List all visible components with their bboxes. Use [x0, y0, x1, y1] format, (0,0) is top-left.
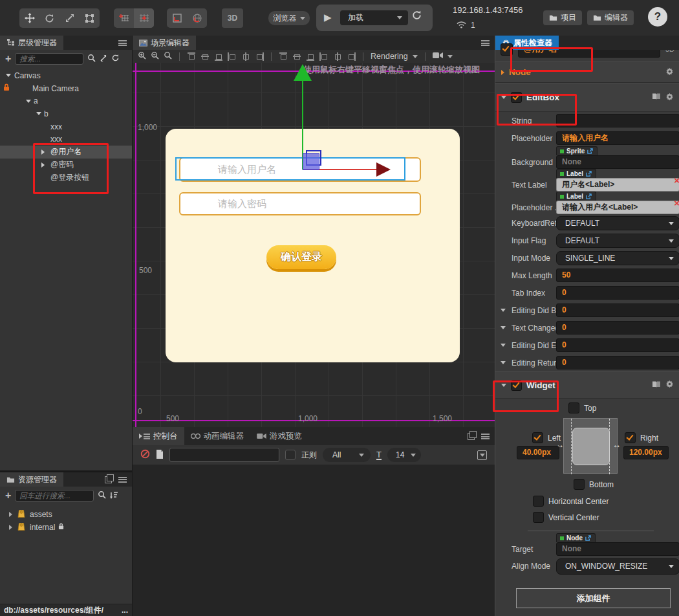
expand-icon[interactable] — [36, 112, 41, 115]
world-coordinate-icon[interactable] — [187, 8, 207, 28]
align-bottom-checkbox[interactable] — [574, 479, 585, 490]
tab-hierarchy[interactable]: 层级管理器 — [0, 36, 63, 50]
gizmo-x-arrowhead[interactable] — [376, 162, 391, 177]
play-icon[interactable]: ▶ — [324, 12, 332, 23]
expand-icon[interactable] — [9, 512, 12, 517]
collapse-icon[interactable] — [501, 326, 506, 329]
text-changed-count[interactable]: 0 — [556, 321, 679, 335]
regex-checkbox[interactable] — [285, 450, 296, 460]
distribute-right-icon[interactable] — [347, 52, 356, 61]
input-flag-select[interactable]: DEFAULT — [556, 234, 679, 248]
scene-viewport[interactable]: 使用鼠标右键平移视窗焦点，使用滚轮缩放视图 1,000 500 0 500 1,… — [133, 63, 495, 427]
align-hcenter-icon[interactable] — [241, 52, 250, 61]
tree-item-b[interactable]: b — [0, 107, 132, 120]
collapse-icon[interactable] — [501, 344, 506, 347]
editing-did-began-count[interactable]: 0 — [556, 303, 679, 317]
open-editor-button[interactable]: 编辑器 — [587, 10, 634, 25]
menu-icon[interactable] — [118, 477, 127, 483]
tab-assets[interactable]: 资源管理器 — [0, 472, 63, 487]
distribute-left-icon[interactable] — [319, 52, 329, 61]
chevron-down-icon[interactable] — [447, 55, 453, 58]
local-coordinate-icon[interactable] — [167, 8, 187, 28]
asset-item-internal[interactable]: internal — [0, 521, 132, 534]
camera-view-icon[interactable] — [433, 52, 443, 61]
remove-ref-icon[interactable]: × — [674, 178, 679, 184]
gear-icon[interactable] — [665, 93, 674, 103]
tree-item-password[interactable]: @密码 — [0, 159, 132, 171]
collapse-icon[interactable] — [41, 162, 45, 168]
log-level-select[interactable]: All — [323, 448, 371, 462]
align-right-icon[interactable] — [255, 52, 264, 61]
undock-icon[interactable] — [468, 433, 475, 440]
tab-scene-editor[interactable]: 场景编辑器 — [133, 36, 196, 50]
collapse-log-icon[interactable] — [477, 450, 487, 460]
string-input[interactable] — [556, 114, 679, 127]
tree-item-login-button[interactable]: @登录按钮 — [0, 171, 132, 184]
undock-icon[interactable] — [105, 476, 112, 483]
input-mode-select[interactable]: SINGLE_LINE — [556, 251, 679, 265]
tree-item-canvas[interactable]: Canvas — [0, 69, 132, 82]
editing-did-ended-count[interactable]: 0 — [556, 338, 679, 352]
load-mode-select[interactable]: 加载 — [340, 10, 408, 25]
distribute-bottom-icon[interactable] — [306, 52, 315, 61]
menu-icon[interactable] — [118, 40, 127, 46]
horizontal-center-checkbox[interactable] — [533, 496, 544, 507]
chevron-down-icon[interactable] — [413, 55, 418, 58]
assets-search-input[interactable] — [15, 490, 94, 501]
vertical-center-checkbox[interactable] — [533, 512, 544, 523]
refresh-icon[interactable] — [111, 54, 120, 64]
align-left-checkbox[interactable] — [532, 432, 543, 443]
menu-icon[interactable] — [481, 434, 490, 439]
zoom-out-icon[interactable] — [151, 51, 159, 61]
login-button[interactable]: 确认登录 — [266, 245, 336, 269]
add-component-button[interactable]: 添加组件 — [516, 588, 671, 608]
node-active-checkbox[interactable] — [501, 43, 513, 56]
refresh-icon[interactable] — [411, 10, 422, 23]
tab-console[interactable]: 控制台 — [133, 427, 184, 445]
open-project-button[interactable]: 项目 — [543, 10, 582, 25]
editbox-component-header[interactable]: EditBox — [495, 83, 679, 112]
keyboard-return-select[interactable]: DEFAULT — [556, 216, 679, 230]
collapse-icon[interactable] — [501, 361, 506, 364]
console-filter-input[interactable] — [169, 448, 279, 462]
password-editbox[interactable]: 请输入密码 — [179, 192, 421, 215]
expand-icon[interactable] — [9, 525, 12, 530]
collapse-icon[interactable] — [501, 384, 506, 387]
editing-return-count[interactable]: 0 — [556, 356, 679, 369]
editbox-enabled-checkbox[interactable] — [511, 92, 522, 103]
placeholder-input[interactable]: 请输入用户名 — [556, 131, 679, 145]
gear-icon[interactable] — [665, 380, 674, 390]
zoom-reset-icon[interactable] — [164, 51, 172, 61]
tab-game-preview[interactable]: 游戏预览 — [250, 427, 308, 445]
align-right-checkbox[interactable] — [625, 432, 636, 443]
help-doc-icon[interactable] — [652, 380, 661, 390]
expand-icon[interactable] — [26, 100, 31, 103]
target-node-field[interactable]: None — [556, 542, 679, 556]
distribute-top-icon[interactable] — [279, 52, 288, 61]
sort-icon[interactable] — [110, 491, 118, 501]
distribute-hcenter-icon[interactable] — [333, 52, 342, 61]
tab-index-input[interactable]: 0 — [556, 286, 679, 300]
scale-tool-icon[interactable] — [59, 8, 80, 28]
asset-path-more[interactable]: ... — [122, 606, 128, 615]
help-button[interactable]: ? — [648, 7, 667, 27]
align-bottom-icon[interactable] — [214, 52, 223, 61]
clear-console-icon[interactable] — [140, 449, 150, 461]
rotate-tool-icon[interactable] — [39, 8, 59, 28]
gizmo-anchor-handle[interactable] — [303, 153, 319, 170]
tree-item-username[interactable]: @用户名 — [0, 146, 132, 159]
expand-icon[interactable] — [6, 74, 11, 77]
right-margin-input[interactable]: 120.00px — [623, 446, 669, 459]
remove-ref-icon[interactable]: × — [674, 201, 679, 207]
search-icon[interactable] — [87, 54, 96, 64]
expand-icon[interactable] — [501, 70, 504, 75]
add-node-icon[interactable]: + — [5, 53, 11, 65]
node-component-header[interactable]: Node — [495, 61, 679, 83]
widget-component-header[interactable]: Widget — [495, 371, 679, 399]
move-tool-icon[interactable] — [19, 8, 39, 28]
align-top-checkbox[interactable] — [568, 402, 579, 413]
align-left-icon[interactable] — [228, 52, 237, 61]
max-length-input[interactable]: 50 — [556, 269, 679, 282]
collapse-icon[interactable] — [501, 309, 506, 312]
left-margin-input[interactable]: 40.00px — [517, 446, 559, 459]
